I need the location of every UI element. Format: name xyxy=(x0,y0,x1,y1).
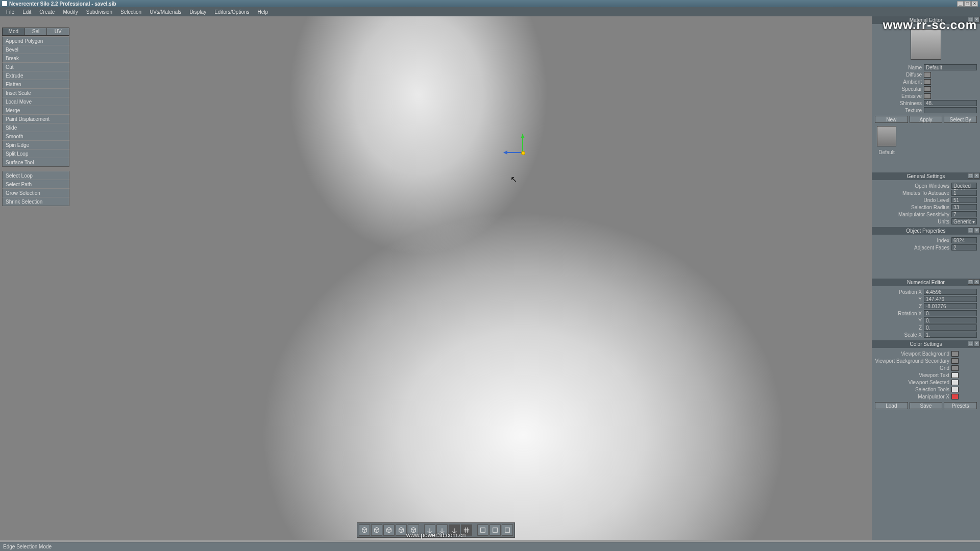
position-x-input[interactable]: 4.4596 xyxy=(924,289,977,295)
cube-shaded-icon[interactable] xyxy=(359,524,370,536)
menu-file[interactable]: File xyxy=(2,9,18,15)
texture-input[interactable] xyxy=(924,107,977,113)
tool-append-polygon[interactable]: Append Polygon xyxy=(2,36,69,45)
viewport-background-swatch[interactable] xyxy=(951,351,959,357)
z-input[interactable]: 0. xyxy=(924,324,977,331)
tool-flatten[interactable]: Flatten xyxy=(2,80,69,89)
tool-smooth[interactable]: Smooth xyxy=(2,132,69,141)
menu-create[interactable]: Create xyxy=(35,9,59,15)
grid-swatch[interactable] xyxy=(951,365,959,371)
close-panel-icon[interactable]: × xyxy=(974,173,979,179)
tool-bevel[interactable]: Bevel xyxy=(2,45,69,54)
tool-select-path[interactable]: Select Path xyxy=(2,180,69,189)
emissive-swatch[interactable] xyxy=(924,93,931,99)
tool-surface-tool[interactable]: Surface Tool xyxy=(2,158,69,167)
undo-level-input[interactable]: 51 xyxy=(951,197,977,203)
panel-1-icon[interactable] xyxy=(477,524,488,536)
tool-cut[interactable]: Cut xyxy=(2,62,69,71)
open-windows-label: Open Windows xyxy=(875,183,951,189)
menu-editors-options[interactable]: Editors/Options xyxy=(210,9,253,15)
undock-icon[interactable]: □ xyxy=(968,279,973,285)
manipulator-x-swatch[interactable] xyxy=(951,394,959,399)
load-button[interactable]: Load xyxy=(875,402,908,409)
apply-button[interactable]: Apply xyxy=(910,116,943,123)
power-watermark: www.power3d.com.cn xyxy=(406,532,466,539)
panel-3-icon[interactable] xyxy=(502,524,513,536)
tab-uv[interactable]: UV xyxy=(47,28,69,35)
undock-icon[interactable]: □ xyxy=(968,173,973,179)
grid-label: Grid xyxy=(875,365,951,371)
material-thumb-label: Default xyxy=(877,149,896,155)
undock-icon[interactable]: □ xyxy=(968,341,973,346)
general-settings-header[interactable]: General Settings □× xyxy=(872,172,980,180)
tool-inset-scale[interactable]: Inset Scale xyxy=(2,88,69,97)
tool-break[interactable]: Break xyxy=(2,54,69,63)
close-panel-icon[interactable]: × xyxy=(974,341,979,346)
menu-selection[interactable]: Selection xyxy=(116,9,145,15)
tool-select-loop[interactable]: Select Loop xyxy=(2,171,69,180)
units-input[interactable]: Generic ▾ xyxy=(951,218,977,224)
rotation-x-input[interactable]: 0. xyxy=(924,310,977,316)
manipulator-sensitivity-input[interactable]: 7 xyxy=(951,211,977,217)
tool-shrink-selection[interactable]: Shrink Selection xyxy=(2,197,69,206)
presets-button[interactable]: Presets xyxy=(944,402,977,409)
close-panel-icon[interactable]: × xyxy=(974,228,979,233)
y-input[interactable]: 147.476 xyxy=(924,296,977,302)
svg-rect-0 xyxy=(481,528,485,533)
app-title: Nevercenter Silo 2.2 Professional - save… xyxy=(9,1,116,7)
viewport-3d[interactable]: ↖ www.power3d.com.cn xyxy=(0,16,872,540)
tool-spin-edge[interactable]: Spin Edge xyxy=(2,140,69,149)
save-button[interactable]: Save xyxy=(910,402,943,409)
tool-local-move[interactable]: Local Move xyxy=(2,97,69,106)
viewport-selected-swatch[interactable] xyxy=(951,380,959,385)
close-button[interactable]: × xyxy=(971,1,978,7)
minimize-button[interactable]: _ xyxy=(957,1,964,7)
tool-split-loop[interactable]: Split Loop xyxy=(2,149,69,158)
minutes-to-autosave-input[interactable]: 1 xyxy=(951,190,977,196)
selection-tools-swatch[interactable] xyxy=(951,387,959,392)
z-input[interactable]: -8.01276 xyxy=(924,303,977,309)
adjacent-faces-input[interactable]: 2 xyxy=(951,244,977,251)
viewport-text-swatch[interactable] xyxy=(951,372,959,378)
cube-uv-icon[interactable] xyxy=(383,524,395,536)
cube-wire-icon[interactable] xyxy=(371,524,382,536)
open-windows-input[interactable]: Docked Right ▾ xyxy=(951,183,977,189)
units-label: Units xyxy=(875,219,951,224)
index-input[interactable]: 6824 xyxy=(951,237,977,243)
close-panel-icon[interactable]: × xyxy=(974,279,979,285)
new-button[interactable]: New xyxy=(875,116,908,123)
y-input[interactable]: 0. xyxy=(924,317,977,323)
menu-help[interactable]: Help xyxy=(254,9,273,15)
menu-edit[interactable]: Edit xyxy=(18,9,35,15)
diffuse-swatch[interactable] xyxy=(924,72,931,78)
selection-radius-input[interactable]: 33 xyxy=(951,204,977,210)
cube-smooth-icon[interactable] xyxy=(396,524,407,536)
material-thumb[interactable] xyxy=(877,126,896,146)
viewport-background-secondary-swatch[interactable] xyxy=(951,358,959,364)
color-settings-header[interactable]: Color Settings □× xyxy=(872,340,980,348)
undock-icon[interactable]: □ xyxy=(968,228,973,233)
tool-grow-selection[interactable]: Grow Selection xyxy=(2,188,69,197)
select-by-button[interactable]: Select By xyxy=(944,116,977,123)
menu-subdivision[interactable]: Subdivision xyxy=(82,9,116,15)
menu-display[interactable]: Display xyxy=(185,9,210,15)
viewport-background-label: Viewport Background xyxy=(875,351,951,357)
shininess-input[interactable]: 48. xyxy=(924,100,977,106)
scale-x-input[interactable]: 1. xyxy=(924,332,977,338)
ambient-swatch[interactable] xyxy=(924,79,931,85)
tool-extrude[interactable]: Extrude xyxy=(2,71,69,80)
maximize-button[interactable]: □ xyxy=(964,1,971,7)
material-name-input[interactable]: Default xyxy=(924,64,977,70)
numerical-editor-header[interactable]: Numerical Editor □× xyxy=(872,279,980,286)
tab-mod[interactable]: Mod xyxy=(3,28,25,35)
specular-swatch[interactable] xyxy=(924,86,931,92)
tool-paint-displacement[interactable]: Paint Displacement xyxy=(2,114,69,123)
shininess-label: Shininess xyxy=(875,101,924,106)
tab-sel[interactable]: Sel xyxy=(25,28,47,35)
menu-uvs-materials[interactable]: UVs/Materials xyxy=(145,9,185,15)
panel-2-icon[interactable] xyxy=(489,524,501,536)
tool-slide[interactable]: Slide xyxy=(2,123,69,132)
menu-modify[interactable]: Modify xyxy=(59,9,82,15)
object-properties-header[interactable]: Object Properties □× xyxy=(872,227,980,235)
tool-merge[interactable]: Merge xyxy=(2,106,69,115)
